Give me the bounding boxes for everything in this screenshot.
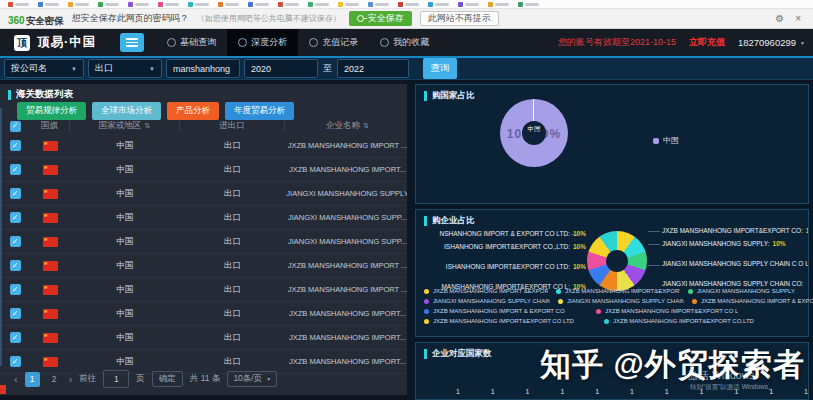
sort-icon[interactable]: ⇅ <box>144 122 150 129</box>
row-checkbox[interactable] <box>10 236 21 247</box>
row-checkbox[interactable] <box>10 140 21 151</box>
bookmark-icon[interactable] <box>8 2 29 7</box>
bookmark-icon[interactable] <box>338 2 359 7</box>
column-header-trade[interactable]: 进出口 <box>180 120 285 132</box>
bookmark-icon[interactable] <box>368 2 389 7</box>
column-header-flag[interactable]: 国旗 <box>30 120 70 132</box>
country-cell: 中国 <box>70 332 180 344</box>
page-unit-label: 页 <box>136 373 145 385</box>
table-row[interactable]: 中国 出口 JIANGXI MANSHANHONG SUPP... <box>0 206 410 230</box>
bookmark-icon[interactable] <box>488 2 509 7</box>
keyword-input[interactable] <box>166 59 240 78</box>
nav-item-basic-query[interactable]: 基础查询 <box>156 29 227 56</box>
nav-item-favorites[interactable]: 我的收藏 <box>369 29 440 56</box>
recharge-link[interactable]: 立即充值 <box>689 36 725 49</box>
row-checkbox[interactable] <box>10 308 21 319</box>
column-header-company[interactable]: 企业名称⇅ <box>285 120 410 132</box>
goto-confirm-button[interactable]: 确定 <box>152 371 183 387</box>
bookmark-label <box>405 3 419 6</box>
row-checkbox[interactable] <box>10 212 21 223</box>
favicon <box>488 2 493 7</box>
nav-item-deep-analysis[interactable]: 深度分析 <box>227 29 298 56</box>
bookmark-icon[interactable] <box>68 2 89 7</box>
bookmark-icon[interactable] <box>128 2 149 7</box>
pagination: ‹ 1 2 › 前往 页 确定 共 11 条 10条/页▼ <box>14 370 277 388</box>
bookmark-icon[interactable] <box>458 2 479 7</box>
bookmark-icon[interactable] <box>428 2 449 7</box>
bookmark-label <box>75 3 89 6</box>
legend-item[interactable]: JXZB MANSHANHONG IMPORT&EXPORT CO <box>556 288 680 294</box>
year-to-input[interactable] <box>337 59 409 78</box>
legend-swatch <box>688 289 693 294</box>
bookmark-icon[interactable] <box>98 2 119 7</box>
menu-hamburger-button[interactable] <box>120 33 144 52</box>
bookmark-icon[interactable] <box>158 2 179 7</box>
bookmark-icon[interactable] <box>278 2 299 7</box>
legend-item[interactable]: JIANGXI MANSHANHONG SUPPLY CHAIN CO <box>558 298 684 304</box>
bookmark-icon[interactable] <box>308 2 329 7</box>
legend-item[interactable]: JIANGXI MANSHANHONG SUPPLY CHAIN C O LTD <box>424 298 550 304</box>
table-row[interactable]: 中国 出口 JXZB MANSHANHONG IMPORT... <box>0 158 410 182</box>
search-field-type-select[interactable]: 按公司名▼ <box>4 59 84 78</box>
legend-item[interactable]: JXZB MANSHANHONG IMPORT&EXPORT CO,LTD <box>604 318 776 324</box>
legend-item[interactable]: JXZB MANSHANHONG IMPORT &EXPORT CO LTD <box>424 288 548 294</box>
save-password-button[interactable]: 安全保存 <box>349 11 412 26</box>
page-size-select[interactable]: 10条/页▼ <box>227 371 277 387</box>
table-row[interactable]: 中国 出口 JXZB MANSHANHONG IMPORT... <box>0 302 410 326</box>
row-checkbox[interactable] <box>10 260 21 271</box>
dismiss-password-prompt-button[interactable]: 此网站不再提示 <box>420 11 499 26</box>
table-row[interactable]: 中国 出口 JXZB MANSHANHONG IMPORT... <box>0 326 410 350</box>
table-row[interactable]: 中国 出口 JXZB MANSHANHONG IMPORT ... <box>0 254 410 278</box>
legend-item[interactable]: JXZB MANSHANHONG IMPORT&EXPORT CO L <box>596 308 760 314</box>
country-cell: 中国 <box>70 284 180 296</box>
row-checkbox[interactable] <box>10 164 21 175</box>
china-flag-icon <box>43 333 58 343</box>
page-button-1[interactable]: 1 <box>25 372 40 387</box>
nav-item-recharge-records[interactable]: 充值记录 <box>298 29 369 56</box>
password-save-bar: 360安全密保 想安全保存此网页的密码吗？ （如您使用网吧等公共电脑不建议保存）… <box>0 9 813 29</box>
page-button-2[interactable]: 2 <box>47 372 62 387</box>
company-donut-chart[interactable] <box>587 231 647 291</box>
select-all-checkbox[interactable] <box>10 121 21 132</box>
year-from-input[interactable] <box>244 59 318 78</box>
column-header-country[interactable]: 国家或地区⇅ <box>70 120 180 132</box>
left-edge-scroll-indicator[interactable] <box>0 108 2 366</box>
settings-gear-icon[interactable]: ⚙ <box>775 13 784 24</box>
table-row[interactable]: 中国 出口 JIANGXI MANSHANHONG SUPP... <box>0 230 410 254</box>
china-flag-icon <box>43 189 58 199</box>
bookmark-icon[interactable] <box>398 2 419 7</box>
bookmark-icon[interactable] <box>38 2 59 7</box>
next-page-button[interactable]: › <box>69 373 73 385</box>
bookmark-icon[interactable] <box>518 2 539 7</box>
prev-page-button[interactable]: ‹ <box>14 373 18 385</box>
row-checkbox[interactable] <box>10 188 21 199</box>
bookmark-icon[interactable] <box>248 2 269 7</box>
legend-item[interactable]: JXZB MANSHANHONG IMPORT&EXPORT CO LTD <box>424 318 596 324</box>
sort-icon[interactable]: ⇅ <box>363 122 369 129</box>
close-icon[interactable]: × <box>795 13 801 24</box>
bookmark-icon[interactable] <box>188 2 209 7</box>
legend-item[interactable]: JXZB MANSHANHONG IMPORT & EXPORT CO <box>424 308 588 314</box>
legend-item[interactable]: JIANGXI MANSHANHONG SUPPLY <box>688 288 812 294</box>
favicon <box>278 2 283 7</box>
trade-type-select[interactable]: 出口▼ <box>88 59 162 78</box>
row-checkbox[interactable] <box>10 356 21 367</box>
table-row[interactable]: 中国 出口 JXZB MANSHANHONG IMPORT ... <box>0 134 410 158</box>
trade-cell: 出口 <box>180 260 285 272</box>
nav-circle-icon <box>380 38 389 47</box>
pie-callout: ISHANHONG IMPORT&EXPORT CO.,LTD:10% <box>418 243 586 250</box>
search-filter-bar: 按公司名▼ 出口▼ 至 查询 <box>0 56 813 80</box>
country-cell: 中国 <box>70 164 180 176</box>
legend-item[interactable]: 中国 <box>653 135 679 146</box>
table-row[interactable]: 中国 出口 JIANGXI MANSHANHONG SUPPLY <box>0 182 410 206</box>
legend-item[interactable]: JXZB MANSHANHONG IMPORT & EXPORT <box>692 298 813 304</box>
account-phone-menu[interactable]: 18270960299▼ <box>738 37 805 48</box>
table-row[interactable]: 中国 出口 JXZB MANSHANHONG IMPORT ... <box>0 278 410 302</box>
row-checkbox[interactable] <box>10 332 21 343</box>
country-cell: 中国 <box>70 260 180 272</box>
goto-page-input[interactable] <box>103 370 129 388</box>
row-checkbox[interactable] <box>10 284 21 295</box>
search-button[interactable]: 查询 <box>423 58 457 79</box>
bookmark-icon[interactable] <box>218 2 239 7</box>
china-flag-icon <box>43 261 58 271</box>
